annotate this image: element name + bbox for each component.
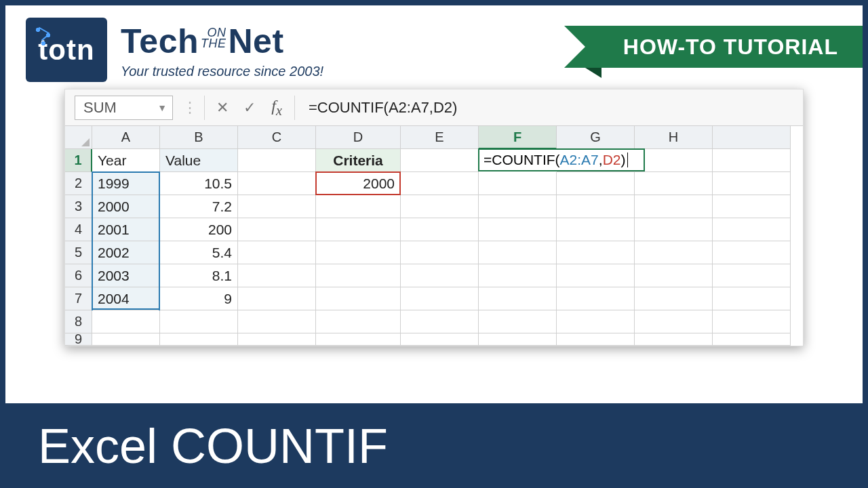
cell-i2[interactable] bbox=[713, 172, 791, 195]
cancel-formula-button[interactable]: ✕ bbox=[209, 99, 236, 117]
cell-g6[interactable] bbox=[557, 264, 635, 287]
cell-b8[interactable] bbox=[160, 310, 238, 333]
cell-d1[interactable]: Criteria bbox=[316, 149, 401, 172]
chevron-down-icon[interactable]: ▼ bbox=[157, 102, 167, 113]
formula-input[interactable]: =COUNTIF(A2:A7,D2) bbox=[299, 99, 803, 117]
cell-e8[interactable] bbox=[401, 310, 479, 333]
cell-i1[interactable] bbox=[713, 149, 791, 172]
cell-i6[interactable] bbox=[713, 264, 791, 287]
cell-h8[interactable] bbox=[635, 310, 713, 333]
cell-d5[interactable] bbox=[316, 241, 401, 264]
cell-h9[interactable] bbox=[635, 333, 713, 346]
enter-formula-button[interactable]: ✓ bbox=[236, 99, 263, 117]
cell-a9[interactable] bbox=[92, 333, 160, 346]
col-header-blank[interactable] bbox=[713, 126, 791, 149]
col-header-a[interactable]: A bbox=[92, 126, 160, 149]
cell-a8[interactable] bbox=[92, 310, 160, 333]
cell-a2[interactable]: 1999 bbox=[92, 172, 160, 195]
row-header-2[interactable]: 2 bbox=[65, 172, 92, 195]
cell-a1[interactable]: Year bbox=[92, 149, 160, 172]
cell-e2[interactable] bbox=[401, 172, 479, 195]
cell-f3[interactable] bbox=[479, 195, 557, 218]
cell-e1[interactable] bbox=[401, 149, 479, 172]
cell-e3[interactable] bbox=[401, 195, 479, 218]
cell-i4[interactable] bbox=[713, 218, 791, 241]
cell-g4[interactable] bbox=[557, 218, 635, 241]
row-header-8[interactable]: 8 bbox=[65, 310, 92, 333]
cell-b2[interactable]: 10.5 bbox=[160, 172, 238, 195]
row-header-1[interactable]: 1 bbox=[65, 149, 92, 172]
row-header-5[interactable]: 5 bbox=[65, 241, 92, 264]
cell-c1[interactable] bbox=[238, 149, 316, 172]
cell-c5[interactable] bbox=[238, 241, 316, 264]
cell-h4[interactable] bbox=[635, 218, 713, 241]
cell-g2[interactable] bbox=[557, 172, 635, 195]
fx-icon[interactable]: fx bbox=[263, 97, 290, 119]
row-header-3[interactable]: 3 bbox=[65, 195, 92, 218]
cell-b7[interactable]: 9 bbox=[160, 287, 238, 310]
cell-i5[interactable] bbox=[713, 241, 791, 264]
cell-c3[interactable] bbox=[238, 195, 316, 218]
cell-g7[interactable] bbox=[557, 287, 635, 310]
select-all-corner[interactable] bbox=[65, 126, 92, 149]
cell-b5[interactable]: 5.4 bbox=[160, 241, 238, 264]
cell-h6[interactable] bbox=[635, 264, 713, 287]
row-header-9[interactable]: 9 bbox=[65, 333, 92, 346]
cell-f1-active[interactable]: =COUNTIF(A2:A7,D2) bbox=[479, 149, 557, 172]
name-box[interactable]: SUM ▼ bbox=[75, 96, 173, 120]
cell-c2[interactable] bbox=[238, 172, 316, 195]
cell-f9[interactable] bbox=[479, 333, 557, 346]
row-header-7[interactable]: 7 bbox=[65, 287, 92, 310]
cell-b3[interactable]: 7.2 bbox=[160, 195, 238, 218]
cell-f2[interactable] bbox=[479, 172, 557, 195]
col-header-b[interactable]: B bbox=[160, 126, 238, 149]
col-header-d[interactable]: D bbox=[316, 126, 401, 149]
cell-a7[interactable]: 2004 bbox=[92, 287, 160, 310]
cell-f5[interactable] bbox=[479, 241, 557, 264]
cell-e7[interactable] bbox=[401, 287, 479, 310]
cell-b4[interactable]: 200 bbox=[160, 218, 238, 241]
col-header-e[interactable]: E bbox=[401, 126, 479, 149]
cell-b6[interactable]: 8.1 bbox=[160, 264, 238, 287]
worksheet-grid[interactable]: A B C D E F G H 1 Year Value Criteria =C… bbox=[65, 126, 803, 346]
cell-i9[interactable] bbox=[713, 333, 791, 346]
cell-e4[interactable] bbox=[401, 218, 479, 241]
cell-i7[interactable] bbox=[713, 287, 791, 310]
cell-g9[interactable] bbox=[557, 333, 635, 346]
cell-f7[interactable] bbox=[479, 287, 557, 310]
cell-i8[interactable] bbox=[713, 310, 791, 333]
cell-h7[interactable] bbox=[635, 287, 713, 310]
cell-i3[interactable] bbox=[713, 195, 791, 218]
cell-d2[interactable]: 2000 bbox=[316, 172, 401, 195]
col-header-f[interactable]: F bbox=[479, 126, 557, 149]
cell-e6[interactable] bbox=[401, 264, 479, 287]
cell-c8[interactable] bbox=[238, 310, 316, 333]
cell-h5[interactable] bbox=[635, 241, 713, 264]
cell-h1[interactable] bbox=[635, 149, 713, 172]
cell-f8[interactable] bbox=[479, 310, 557, 333]
cell-h2[interactable] bbox=[635, 172, 713, 195]
cell-b1[interactable]: Value bbox=[160, 149, 238, 172]
row-header-6[interactable]: 6 bbox=[65, 264, 92, 287]
cell-c9[interactable] bbox=[238, 333, 316, 346]
col-header-c[interactable]: C bbox=[238, 126, 316, 149]
col-header-h[interactable]: H bbox=[635, 126, 713, 149]
cell-d3[interactable] bbox=[316, 195, 401, 218]
cell-d7[interactable] bbox=[316, 287, 401, 310]
cell-g5[interactable] bbox=[557, 241, 635, 264]
cell-f4[interactable] bbox=[479, 218, 557, 241]
cell-e5[interactable] bbox=[401, 241, 479, 264]
cell-d8[interactable] bbox=[316, 310, 401, 333]
cell-d4[interactable] bbox=[316, 218, 401, 241]
cell-a5[interactable]: 2002 bbox=[92, 241, 160, 264]
cell-a3[interactable]: 2000 bbox=[92, 195, 160, 218]
cell-a4[interactable]: 2001 bbox=[92, 218, 160, 241]
cell-h3[interactable] bbox=[635, 195, 713, 218]
cell-g8[interactable] bbox=[557, 310, 635, 333]
col-header-g[interactable]: G bbox=[557, 126, 635, 149]
cell-c7[interactable] bbox=[238, 287, 316, 310]
cell-a6[interactable]: 2003 bbox=[92, 264, 160, 287]
cell-e9[interactable] bbox=[401, 333, 479, 346]
cell-d9[interactable] bbox=[316, 333, 401, 346]
cell-d6[interactable] bbox=[316, 264, 401, 287]
